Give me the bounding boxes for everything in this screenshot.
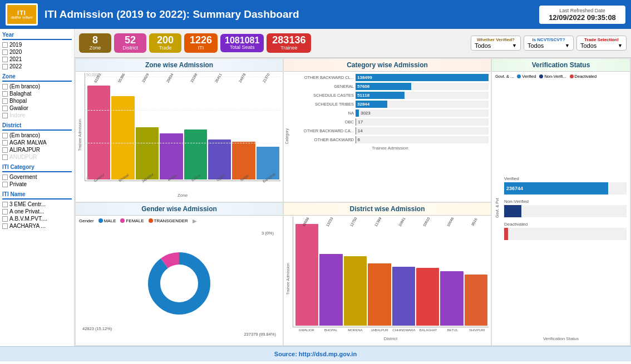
sidebar-iti-1[interactable]: 3 EME Centr... [2, 201, 72, 208]
filter-verified-value: Todos [475, 42, 491, 49]
sidebar-iti-category-label: ITI Category [2, 163, 72, 172]
kpi-seats: 1081081 Total Seats [220, 34, 264, 52]
footer-source: Source: http://dsd.mp.gov.in [274, 351, 357, 357]
category-row-1: OTHER BACKWARD CL... 138499 [292, 74, 489, 81]
filter-ncvt-value: Todos [528, 42, 544, 49]
gender-chart-title: Gender wise Admission [76, 203, 283, 216]
kpi-iti-label: ITI [190, 46, 212, 51]
zone-y-label: Trainee Admission [78, 73, 85, 198]
filter-trade-arrow: ▼ [618, 43, 623, 48]
kpi-trade: 200 Trade [149, 33, 181, 53]
verif-x-label: Verification Status [495, 336, 627, 341]
content-area: 8 Zone 52 District 200 Trade 1226 ITI 10… [75, 29, 631, 346]
category-row-2: GENERAL 57608 [292, 83, 489, 90]
sidebar-year-2022[interactable]: 2022 [2, 63, 72, 70]
donut-svg [143, 250, 215, 317]
sidebar-iti-2[interactable]: A one Privat... [2, 208, 72, 215]
category-x-label: Trainee Admission [292, 146, 489, 151]
sidebar-dist-alirajpur[interactable]: ALIRAJPUR [2, 146, 72, 153]
category-row-5: NA 3023 [292, 109, 489, 117]
filter-verified-arrow: ▼ [512, 43, 517, 48]
kpi-trainee-value: 283136 [272, 35, 305, 46]
sidebar-district-section: District (Em branco) AGAR MALWA ALIRAJPU… [2, 121, 72, 161]
kpi-zone-label: Zone [85, 46, 106, 51]
sidebar-zone-gwalior[interactable]: Gwalior [2, 104, 72, 112]
sidebar-iti-category-section: ITI Category Goverment Private [2, 163, 72, 188]
refresh-box: Last Refreshed Date 12/09/2022 09:35:08 [539, 6, 625, 24]
verif-verified-row: Verified 236744 [504, 176, 627, 195]
sidebar-dist-embranco[interactable]: (Em branco) [2, 132, 72, 139]
filter-trade-label: Trade Selection! [580, 37, 623, 42]
category-y-label: Category [285, 74, 292, 199]
charts-grid: Zone wise Admission Trainee Admission 50… [75, 58, 631, 346]
district-chart-title: District wise Admission [284, 203, 491, 216]
sidebar-iti-3[interactable]: A.B.V.M.PVT.... [2, 215, 72, 222]
district-bars: 18696 13233 12750 [295, 219, 487, 326]
kpi-iti-value: 1226 [190, 35, 212, 46]
sidebar-year-2020[interactable]: 2020 [2, 48, 72, 56]
verification-chart-title: Verification Status [492, 59, 630, 72]
kpi-trainee: 283136 Trainee [267, 33, 311, 53]
zone-chart-panel: Zone wise Admission Trainee Admission 50… [75, 58, 283, 202]
header: ITI औद्योगिक प्रशिक्षण ITI Admission (20… [0, 0, 631, 29]
verification-chart-panel: Verification Status Govt. & ... Verified… [491, 58, 630, 346]
sidebar-dist-anudpur[interactable]: ANUDPUR [2, 153, 72, 161]
district-x-axis-label: District [293, 336, 489, 341]
filter-ncvt-arrow: ▼ [565, 43, 570, 48]
district-chart-panel: District wise Admission Trainee Admissio… [283, 202, 491, 346]
refresh-date: 12/09/2022 09:35:08 [545, 13, 620, 22]
svg-point-3 [164, 268, 195, 299]
district-x-labels: GWALIOR BHOPAL MORENA JABALPUR CHHINDWAR… [293, 328, 489, 332]
zone-chart-title: Zone wise Admission [76, 59, 283, 72]
category-chart-title: Category wise Admission [284, 59, 491, 72]
kpi-zone: 8 Zone [79, 33, 111, 53]
filter-ncvt[interactable]: Is NCVT/SCVT? Todos ▼ [524, 36, 574, 51]
kpi-seats-label: Total Seats [225, 45, 259, 51]
sidebar-iti-4[interactable]: AACHARYA ... [2, 222, 72, 230]
verif-nonverified-row: Non-Verified [504, 199, 627, 217]
sidebar-year-2019[interactable]: 2019 [2, 41, 72, 48]
logo: ITI औद्योगिक प्रशिक्षण [6, 3, 38, 26]
category-chart-panel: Category wise Admission Category OTHER B… [283, 58, 491, 202]
sidebar-year-section: Year 2019 2020 2021 2022 [2, 31, 72, 70]
sidebar-zone-indore[interactable]: Indore [2, 112, 72, 119]
kpi-district-value: 52 [120, 35, 141, 46]
filter-verified-label: Whether Verified? [475, 37, 517, 42]
kpi-row: 8 Zone 52 District 200 Trade 1226 ITI 10… [75, 29, 631, 58]
zone-x-axis-label: Zone [85, 193, 280, 198]
kpi-trainee-label: Trainee [272, 46, 305, 51]
filter-trade[interactable]: Trade Selection! Todos ▼ [576, 36, 627, 51]
sidebar-year-2021[interactable]: 2021 [2, 56, 72, 63]
kpi-zone-value: 8 [85, 35, 106, 46]
kpi-district-label: District [120, 46, 141, 51]
sidebar-iti-name-section: ITI Name 3 EME Centr... A one Privat... … [2, 190, 72, 230]
sidebar-iti-name-label: ITI Name [2, 190, 72, 200]
sidebar-zone-bhopal[interactable]: Bhopal [2, 97, 72, 104]
kpi-district: 52 District [114, 33, 146, 53]
sidebar-private[interactable]: Private [2, 181, 72, 188]
filter-ncvt-label: Is NCVT/SCVT? [528, 37, 570, 42]
refresh-label: Last Refreshed Date [545, 8, 620, 13]
donut-annotation-male: 237379 (89.84%) [244, 332, 276, 337]
verif-deactivated-row: Deactivated [504, 222, 627, 240]
gender-chart-panel: Gender wise Admission Gender MALE FEMALE… [75, 202, 283, 346]
sidebar-zone-balaghat[interactable]: Balaghat [2, 90, 72, 97]
kpi-trade-value: 200 [155, 35, 176, 46]
sidebar-district-label: District [2, 121, 72, 131]
category-row-8: OTHER BACKWARD 6 [292, 136, 489, 143]
sidebar-dist-agar[interactable]: AGAR MALWA [2, 139, 72, 146]
sidebar-year-label: Year [2, 31, 72, 40]
kpi-trade-label: Trade [155, 46, 176, 51]
header-title: ITI Admission (2019 to 2022): Summary Da… [45, 8, 539, 21]
bottom-bar: Microsoft Power BI ‹ 1 de 4 › − + 82% ⤢ … [0, 361, 631, 364]
sidebar: Year 2019 2020 2021 2022 Zone (Em branc [0, 29, 75, 346]
sidebar-zone-section: Zone (Em branco) Balaghat Bhopal Gwalior… [2, 72, 72, 119]
zone-bars: 62283 55386 33629 [87, 75, 279, 179]
filter-trade-value: Todos [580, 42, 597, 49]
category-row-6: OBC 17 [292, 118, 489, 126]
sidebar-zone-embranco[interactable]: (Em branco) [2, 83, 72, 90]
sidebar-govt[interactable]: Goverment [2, 173, 72, 181]
main-layout: Year 2019 2020 2021 2022 Zone (Em branc [0, 29, 631, 346]
district-y-label: Trainee Admission [286, 217, 293, 342]
filter-verified[interactable]: Whether Verified? Todos ▼ [471, 36, 521, 51]
